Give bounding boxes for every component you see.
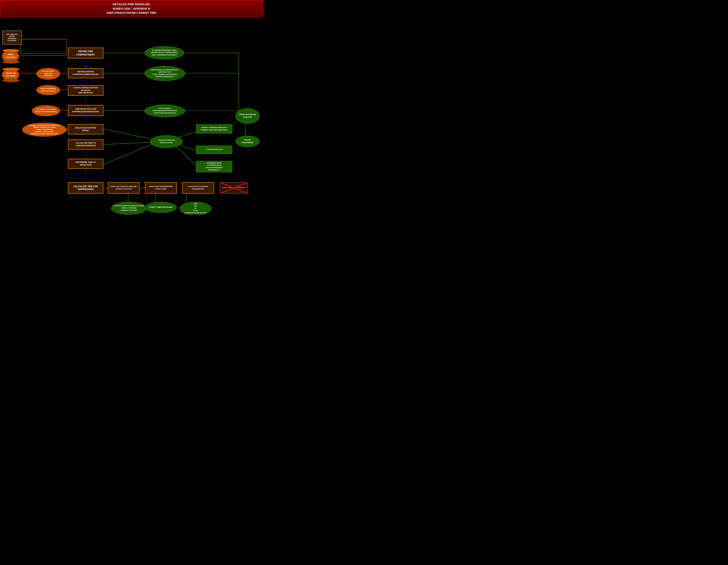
geo-spec-oval: 3D GEOMETRY/MODEL SPEC DEFINITION OF COM…: [145, 46, 184, 59]
event-tree-oval: EVENT TREE NETWORK: [145, 202, 177, 213]
calc-damage-label: CALCULATE TIME TO DAMAGE (TARGETS): [75, 142, 96, 147]
critical-hrr-oval: CRITICAL HRR FOR FIRST FAILURE TIME TO D…: [111, 202, 147, 215]
header-line2: NUREG-1934 - APPENDIX B: [5, 7, 258, 11]
suppression-props-oval: 3D LOCATION SUPPRESSION PROPERTIES DETEC…: [145, 105, 185, 117]
walkthrough-label: WALTHROUGH NOTES DRAWINGS CAD MODEL: [7, 34, 18, 41]
franx-scenarios-oval: FRANX SCENARIOS: [236, 136, 260, 147]
fri3d-label: FRI3D DATABASE (SQLITE): [239, 113, 256, 118]
build-franx-label: BUILD FRANX SCENARIOS: [222, 186, 245, 189]
build-event-rect: BUILD FIRE PROGRESSION EVENT TREE: [145, 182, 177, 193]
franxdb-cylinder: FRANX DB (ACCESS): [2, 69, 19, 81]
target-temp-label: TARGET TEMPERATURE DATA TARGET TIME FOR …: [201, 126, 227, 131]
src-location-label: 3D SOURCE LOCATION/OBJECT IGNITION TYPE …: [151, 69, 179, 78]
determine-detect-rect: DETERMINE TIME TO DETECTION: [68, 159, 103, 169]
fire-properties-label: FIRE PROPERTIES (HRR PROFILES): [40, 88, 56, 92]
determine-detect-label: DETERMINE TIME TO DETECTION: [76, 161, 96, 166]
3d-model-label: 3D MODEL LOCATION AND PROPERTIES TARGET …: [28, 124, 61, 135]
svg-line-30: [173, 143, 197, 166]
define-fire-rect: DEFINE FIRE COMPARTMENT: [68, 48, 103, 59]
event-tree-label: EVENT TREE NETWORK: [149, 206, 173, 209]
src-location-oval: 3D SOURCE LOCATION/OBJECT IGNITION TYPE …: [145, 66, 185, 81]
pdms-label: PDMS (ACCESS): [6, 53, 15, 59]
eq-results-label: EQ/CFAST/FDS SIM RESULTS DATA: [158, 139, 175, 144]
3d-model-props-oval: 3D MODEL LOCATION AND PROPERTIES TARGET …: [22, 122, 67, 137]
eval-hrr-label: EVALUATE CRITICAL HRR AND SEVERITY FACTO…: [110, 185, 137, 190]
franxdb-label: FRANX DB (ACCESS): [5, 72, 16, 77]
t-detection-rect: T-DETECTION DATA: [196, 145, 232, 154]
t-detection-label: T-DETECTION DATA: [206, 148, 223, 151]
critical-hrr-label: CRITICAL HRR FOR FIRST FAILURE TIME TO D…: [114, 205, 144, 211]
calc-freq-rect: CALCULATE SCENARIO FREQUENCIES: [182, 182, 214, 193]
header-line1: DETAILED FIRE MODELING: [5, 2, 258, 7]
calc-suppression-label: CALCULATE TIME FOR SUPPRESSION: [74, 185, 98, 191]
build-model-label: BUILD EQ/CFAST/FDS MODEL: [75, 127, 96, 132]
target-temp-rect: TARGET TEMPERATURE DATA TARGET TIME FOR …: [196, 124, 232, 133]
3d-ignition-oval: 3D LOCATION IGNITION SOURCES: [36, 68, 60, 80]
scenario-name-label: SCENARIO NAME T-SUPPRESSION NON SUPPRESS…: [206, 162, 223, 171]
3d-target-label: 3D TARGET LOCATION DETECTION PROPERTIES: [35, 108, 57, 113]
page-wrapper: DETAILED FIRE MODELING NUREG-1934 - APPE…: [0, 0, 263, 215]
build-model-rect: BUILD EQ/CFAST/FDS MODEL: [68, 124, 103, 134]
define-fire-label: DEFINE FIRE COMPARTMENT: [76, 50, 95, 56]
characterize-rect: CHARACTERIZE IGNITION SOURCES HRR PROFIL…: [68, 85, 103, 96]
fire-detection-rect: FIRE DETECTION AND SUPPRESSION PROVISION…: [68, 105, 103, 116]
svg-line-23: [104, 144, 151, 164]
page-header: DETAILED FIRE MODELING NUREG-1934 - APPE…: [0, 0, 263, 17]
define-ignition-rect: DEFINE IGNITION SOURCES/COMBUSTIBLES: [68, 68, 103, 78]
eval-hrr-rect: EVALUATE CRITICAL HRR AND SEVERITY FACTO…: [108, 182, 140, 193]
calc-suppression-rect: CALCULATE TIME FOR SUPPRESSION: [68, 182, 103, 193]
pdms-cylinder: PDMS (ACCESS): [2, 50, 19, 62]
geo-spec-label: 3D GEOMETRY/MODEL SPEC DEFINITION OF COM…: [151, 49, 178, 56]
fire-detection-label: FIRE DETECTION AND SUPPRESSION PROVISION…: [72, 108, 99, 113]
calc-freq-label: CALCULATE SCENARIO FREQUENCIES: [188, 185, 208, 190]
characterize-label: CHARACTERIZE IGNITION SOURCES HRR PROFIL…: [73, 87, 98, 94]
diagram: WALTHROUGH NOTES DRAWINGS CAD MODEL PDMS…: [0, 17, 263, 215]
nsp-label: NSP IGF SF CCDP QUANTIFICATION OF CDF: [185, 203, 207, 214]
3d-ignition-label: 3D LOCATION IGNITION SOURCES: [42, 70, 54, 77]
build-franx-rect: BUILD FRANX SCENARIOS: [220, 182, 248, 193]
svg-line-21: [104, 129, 151, 139]
walkthrough-box: WALTHROUGH NOTES DRAWINGS CAD MODEL: [2, 30, 22, 45]
eq-results-oval: EQ/CFAST/FDS SIM RESULTS DATA: [150, 135, 182, 148]
3d-target-oval: 3D TARGET LOCATION DETECTION PROPERTIES: [32, 105, 60, 116]
header-line3: SWITCHGEAR ROOM CABINET FIRE: [5, 11, 258, 15]
calc-damage-rect: CALCULATE TIME TO DAMAGE (TARGETS): [68, 139, 103, 149]
fri3d-oval: FRI3D DATABASE (SQLITE): [236, 108, 260, 124]
suppression-props-label: 3D LOCATION SUPPRESSION PROPERTIES DETEC…: [153, 107, 177, 114]
fire-properties-oval: FIRE PROPERTIES (HRR PROFILES): [36, 85, 60, 95]
svg-line-22: [104, 142, 151, 144]
define-ignition-label: DEFINE IGNITION SOURCES/COMBUSTIBLES: [73, 71, 99, 76]
franx-scenarios-label: FRANX SCENARIOS: [242, 139, 253, 144]
scenario-name-rect: SCENARIO NAME T-SUPPRESSION NON SUPPRESS…: [196, 161, 232, 172]
build-event-label: BUILD FIRE PROGRESSION EVENT TREE: [149, 185, 173, 190]
nsp-oval: NSP IGF SF CCDP QUANTIFICATION OF CDF: [180, 202, 211, 215]
